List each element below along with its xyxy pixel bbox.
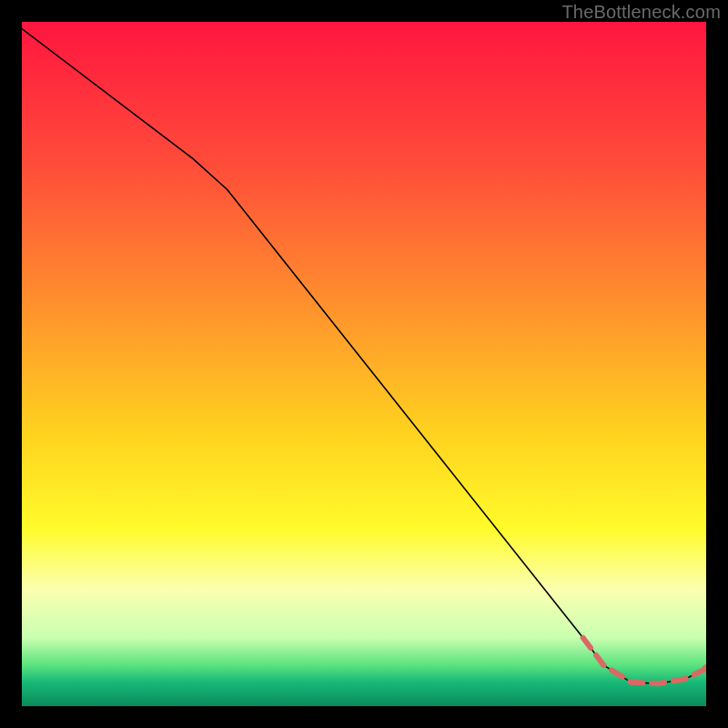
- plot-area: [22, 22, 706, 706]
- gradient-rect: [22, 22, 706, 706]
- chart-svg: [22, 22, 706, 706]
- watermark-text: TheBottleneck.com: [561, 2, 721, 23]
- chart-stage: TheBottleneck.com: [0, 0, 728, 728]
